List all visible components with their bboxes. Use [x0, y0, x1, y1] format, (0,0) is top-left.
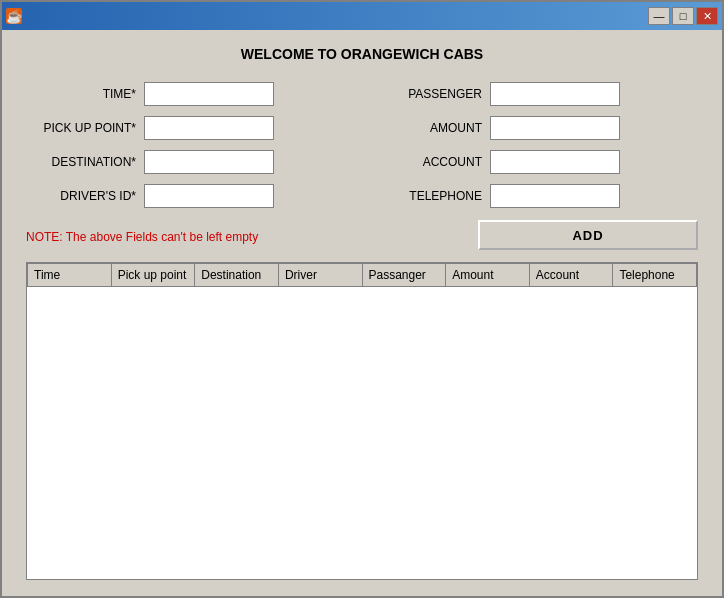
data-table: Time Pick up point Destination Driver Pa…	[27, 263, 697, 287]
col-account: Account	[529, 264, 613, 287]
time-input[interactable]	[144, 82, 274, 106]
driver-row: DRIVER'S ID*	[26, 184, 352, 208]
app-title: WELCOME TO ORANGEWICH CABS	[26, 46, 698, 62]
note-add-row: NOTE: The above Fields can't be left emp…	[26, 220, 698, 250]
pickup-row: PICK UP POINT*	[26, 116, 352, 140]
amount-row: AMOUNT	[372, 116, 698, 140]
col-driver: Driver	[278, 264, 362, 287]
table-header-row: Time Pick up point Destination Driver Pa…	[28, 264, 697, 287]
driver-input[interactable]	[144, 184, 274, 208]
passenger-label: PASSENGER	[372, 87, 482, 101]
note-text: NOTE: The above Fields can't be left emp…	[26, 230, 258, 244]
close-button[interactable]: ✕	[696, 7, 718, 25]
maximize-button[interactable]: □	[672, 7, 694, 25]
amount-label: AMOUNT	[372, 121, 482, 135]
driver-label: DRIVER'S ID*	[26, 189, 136, 203]
main-window: ☕ — □ ✕ WELCOME TO ORANGEWICH CABS TIME*…	[0, 0, 724, 598]
telephone-row: TELEPHONE	[372, 184, 698, 208]
title-bar: ☕ — □ ✕	[2, 2, 722, 30]
col-telephone: Telephone	[613, 264, 697, 287]
telephone-label: TELEPHONE	[372, 189, 482, 203]
destination-input[interactable]	[144, 150, 274, 174]
col-pickup: Pick up point	[111, 264, 195, 287]
amount-input[interactable]	[490, 116, 620, 140]
title-bar-controls: — □ ✕	[648, 7, 718, 25]
time-label: TIME*	[26, 87, 136, 101]
destination-row: DESTINATION*	[26, 150, 352, 174]
passenger-input[interactable]	[490, 82, 620, 106]
destination-label: DESTINATION*	[26, 155, 136, 169]
form-left: TIME* PICK UP POINT* DESTINATION* DRIVER…	[26, 82, 352, 208]
account-label: ACCOUNT	[372, 155, 482, 169]
app-icon: ☕	[6, 8, 22, 24]
col-passenger: Passanger	[362, 264, 446, 287]
pickup-label: PICK UP POINT*	[26, 121, 136, 135]
col-amount: Amount	[446, 264, 530, 287]
account-row: ACCOUNT	[372, 150, 698, 174]
telephone-input[interactable]	[490, 184, 620, 208]
form-area: TIME* PICK UP POINT* DESTINATION* DRIVER…	[26, 82, 698, 208]
form-right: PASSENGER AMOUNT ACCOUNT TELEPHONE	[372, 82, 698, 208]
content-area: WELCOME TO ORANGEWICH CABS TIME* PICK UP…	[2, 30, 722, 596]
col-time: Time	[28, 264, 112, 287]
pickup-input[interactable]	[144, 116, 274, 140]
account-input[interactable]	[490, 150, 620, 174]
col-destination: Destination	[195, 264, 279, 287]
time-row: TIME*	[26, 82, 352, 106]
add-button[interactable]: ADD	[478, 220, 698, 250]
data-table-container: Time Pick up point Destination Driver Pa…	[26, 262, 698, 580]
passenger-row: PASSENGER	[372, 82, 698, 106]
minimize-button[interactable]: —	[648, 7, 670, 25]
title-bar-left: ☕	[6, 8, 22, 24]
table-header: Time Pick up point Destination Driver Pa…	[28, 264, 697, 287]
